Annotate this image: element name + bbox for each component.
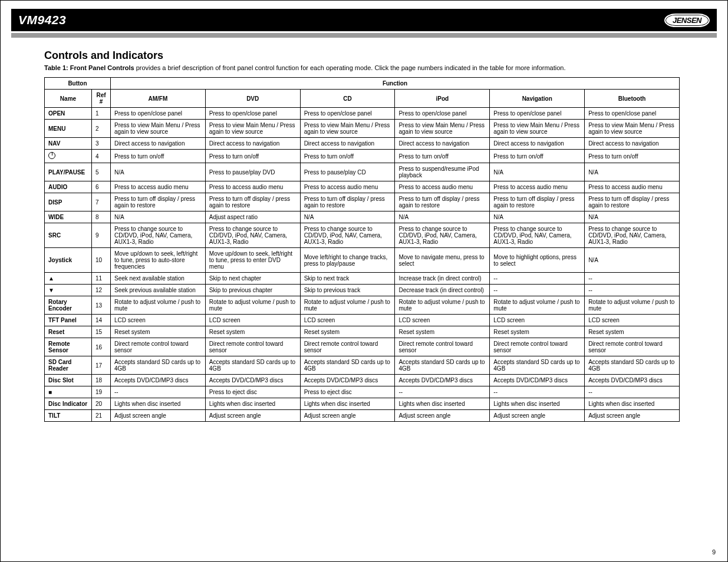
subhead-mode-4: Navigation	[490, 90, 585, 108]
cell-mode-3: Decrease track (in direct control)	[395, 285, 490, 296]
cell-mode-2: Lights when disc inserted	[300, 398, 395, 410]
cell-mode-4: N/A	[490, 163, 585, 181]
cell-mode-1: Press to open/close panel	[205, 108, 300, 120]
cell-mode-0: Press to change source to CD/DVD, iPod, …	[110, 223, 205, 248]
cell-mode-3: Increase track (in direct control)	[395, 273, 490, 285]
cell-mode-1: Skip to next chapter	[205, 273, 300, 285]
cell-ref: 2	[91, 120, 110, 138]
cell-mode-3: Lights when disc inserted	[395, 398, 490, 410]
table-row: ■19--Press to eject discPress to eject d…	[45, 386, 680, 398]
cell-mode-1: Press to eject disc	[205, 386, 300, 398]
cell-ref: 14	[91, 315, 110, 326]
cell-mode-1: Reset system	[205, 326, 300, 338]
cell-mode-4: LCD screen	[490, 315, 585, 326]
cell-mode-4: Accepts standard SD cards up to 4GB	[490, 356, 585, 375]
cell-mode-1: Press to view Main Menu / Press again to…	[205, 120, 300, 138]
cell-ref: 4	[91, 150, 110, 163]
cell-mode-2: Direct access to navigation	[300, 138, 395, 150]
cell-mode-3: Press to open/close panel	[395, 108, 490, 120]
head-button: Button	[45, 78, 111, 90]
cell-mode-5: --	[585, 273, 680, 285]
cell-mode-0: --	[110, 386, 205, 398]
cell-mode-5: Press to view Main Menu / Press again to…	[585, 120, 680, 138]
cell-button-name: Rotary Encoder	[45, 296, 92, 315]
section-subtitle-text: provides a brief description of front pa…	[136, 64, 566, 71]
header-bar: VM9423 JENSEN	[11, 9, 717, 31]
table-body: OPEN1Press to open/close panelPress to o…	[45, 108, 680, 422]
cell-mode-0: Press to view Main Menu / Press again to…	[110, 120, 205, 138]
cell-mode-2: Skip to next track	[300, 273, 395, 285]
cell-mode-4: --	[490, 386, 585, 398]
table-row: Joystick10Move up/down to seek, left/rig…	[45, 248, 680, 273]
cell-mode-2: Press to access audio menu	[300, 181, 395, 193]
cell-mode-1: Move up/down to seek, left/right to tune…	[205, 248, 300, 273]
cell-mode-0: Direct access to navigation	[110, 138, 205, 150]
cell-mode-5: Lights when disc inserted	[585, 398, 680, 410]
cell-mode-1: Rotate to adjust volume / push to mute	[205, 296, 300, 315]
cell-mode-2: Press to view Main Menu / Press again to…	[300, 120, 395, 138]
cell-mode-0: Reset system	[110, 326, 205, 338]
cell-mode-5: Press to change source to CD/DVD, iPod, …	[585, 223, 680, 248]
cell-mode-5: Accepts standard SD cards up to 4GB	[585, 356, 680, 375]
cell-mode-1: Press to change source to CD/DVD, iPod, …	[205, 223, 300, 248]
cell-ref: 12	[91, 285, 110, 296]
cell-mode-3: Reset system	[395, 326, 490, 338]
cell-mode-3: Press to suspend/resume iPod playback	[395, 163, 490, 181]
cell-mode-0: Seek next available station	[110, 273, 205, 285]
cell-mode-1: Press to access audio menu	[205, 181, 300, 193]
cell-ref: 19	[91, 386, 110, 398]
controls-table: Button Function Name Ref # AM/FM DVD CD …	[44, 77, 680, 422]
cell-mode-4: Accepts DVD/CD/MP3 discs	[490, 375, 585, 386]
table-row: Disc Indicator20Lights when disc inserte…	[45, 398, 680, 410]
cell-mode-2: Reset system	[300, 326, 395, 338]
cell-button-name: TILT	[45, 410, 92, 422]
cell-mode-3: Rotate to adjust volume / push to mute	[395, 296, 490, 315]
cell-mode-1: Accepts standard SD cards up to 4GB	[205, 356, 300, 375]
cell-mode-3: Move to navigate menu, press to select	[395, 248, 490, 273]
cell-mode-5: Direct remote control toward sensor	[585, 338, 680, 356]
subhead-mode-3: iPod	[395, 90, 490, 108]
cell-button-name: SRC	[45, 223, 92, 248]
cell-mode-3: Accepts DVD/CD/MP3 discs	[395, 375, 490, 386]
cell-mode-4: Press to open/close panel	[490, 108, 585, 120]
cell-button-name: OPEN	[45, 108, 92, 120]
cell-mode-0: Press to access audio menu	[110, 181, 205, 193]
cell-mode-0: Press to turn on/off	[110, 150, 205, 163]
cell-ref: 15	[91, 326, 110, 338]
table-row: MENU2Press to view Main Menu / Press aga…	[45, 120, 680, 138]
subhead-mode-0: AM/FM	[110, 90, 205, 108]
cell-mode-2: LCD screen	[300, 315, 395, 326]
cell-mode-4: Adjust screen angle	[490, 410, 585, 422]
cell-mode-5: LCD screen	[585, 315, 680, 326]
cell-mode-3: N/A	[395, 211, 490, 223]
table-row: TFT Panel14LCD screenLCD screenLCD scree…	[45, 315, 680, 326]
cell-mode-3: Press to turn on/off	[395, 150, 490, 163]
cell-mode-2: Press to turn on/off	[300, 150, 395, 163]
table-row: PLAY/PAUSE5N/APress to pause/play DVDPre…	[45, 163, 680, 181]
cell-button-name: PLAY/PAUSE	[45, 163, 92, 181]
cell-mode-5: Direct access to navigation	[585, 138, 680, 150]
cell-mode-5: Press to access audio menu	[585, 181, 680, 193]
triangle-down-icon: ▼	[48, 287, 54, 293]
cell-ref: 18	[91, 375, 110, 386]
cell-mode-2: Press to pause/play CD	[300, 163, 395, 181]
cell-button-name: TFT Panel	[45, 315, 92, 326]
cell-mode-3: Adjust screen angle	[395, 410, 490, 422]
cell-button-name: ■	[45, 386, 92, 398]
cell-mode-1: Direct access to navigation	[205, 138, 300, 150]
cell-button-name: Disc Slot	[45, 375, 92, 386]
cell-mode-3: Direct remote control toward sensor	[395, 338, 490, 356]
cell-mode-0: N/A	[110, 163, 205, 181]
cell-mode-0: N/A	[110, 211, 205, 223]
cell-mode-3: Press to change source to CD/DVD, iPod, …	[395, 223, 490, 248]
cell-mode-5: Adjust screen angle	[585, 410, 680, 422]
cell-mode-3: Press to turn off display / press again …	[395, 193, 490, 211]
cell-mode-1: Press to turn on/off	[205, 150, 300, 163]
table-row: TILT21Adjust screen angleAdjust screen a…	[45, 410, 680, 422]
subhead-mode-2: CD	[300, 90, 395, 108]
section-heading: Controls and Indicators	[44, 49, 727, 62]
model-title: VM9423	[18, 13, 66, 27]
cell-ref: 13	[91, 296, 110, 315]
stop-icon: ■	[48, 389, 52, 395]
cell-button-name	[45, 150, 92, 163]
